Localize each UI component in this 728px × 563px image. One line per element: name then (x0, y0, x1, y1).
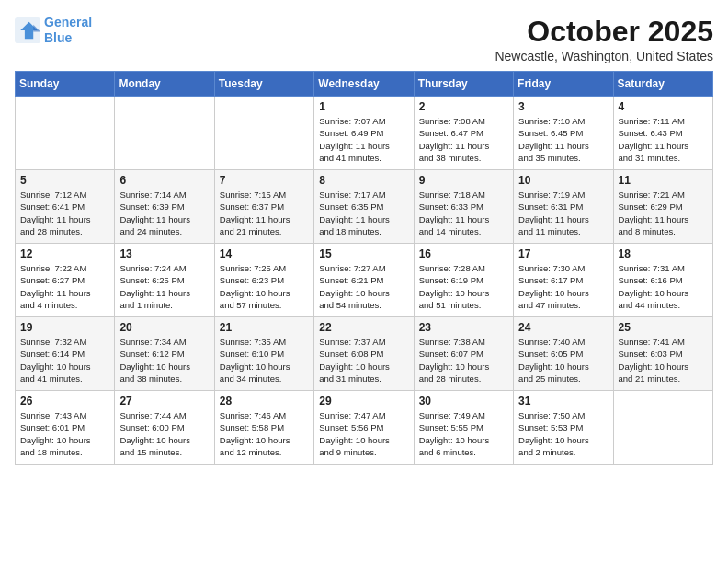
day-number: 18 (619, 247, 708, 260)
logo: General Blue (15, 15, 92, 46)
day-number: 30 (419, 395, 508, 408)
day-number: 25 (619, 321, 708, 334)
day-number: 8 (319, 174, 408, 187)
calendar-cell: 28Sunrise: 7:46 AM Sunset: 5:58 PM Dayli… (214, 391, 313, 465)
day-info: Sunrise: 7:08 AM Sunset: 6:47 PM Dayligh… (419, 115, 508, 164)
calendar-cell: 16Sunrise: 7:28 AM Sunset: 6:19 PM Dayli… (414, 244, 513, 317)
day-info: Sunrise: 7:31 AM Sunset: 6:16 PM Dayligh… (619, 262, 708, 311)
calendar-cell: 11Sunrise: 7:21 AM Sunset: 6:29 PM Dayli… (613, 170, 712, 244)
calendar-cell: 8Sunrise: 7:17 AM Sunset: 6:35 PM Daylig… (314, 170, 414, 244)
calendar-cell: 18Sunrise: 7:31 AM Sunset: 6:16 PM Dayli… (613, 244, 712, 317)
day-number: 3 (518, 100, 608, 113)
day-number: 12 (20, 247, 109, 260)
calendar-cell: 3Sunrise: 7:10 AM Sunset: 6:45 PM Daylig… (514, 97, 613, 170)
header: General Blue October 2025 Newcastle, Was… (15, 15, 713, 63)
day-info: Sunrise: 7:21 AM Sunset: 6:29 PM Dayligh… (619, 189, 708, 237)
day-number: 5 (20, 174, 109, 187)
calendar-title: October 2025 (495, 15, 713, 49)
calendar-cell: 19Sunrise: 7:32 AM Sunset: 6:14 PM Dayli… (16, 317, 115, 391)
calendar-cell: 17Sunrise: 7:30 AM Sunset: 6:17 PM Dayli… (514, 244, 613, 317)
day-info: Sunrise: 7:24 AM Sunset: 6:25 PM Dayligh… (119, 262, 209, 311)
calendar-cell: 10Sunrise: 7:19 AM Sunset: 6:31 PM Dayli… (514, 170, 613, 244)
calendar-cell: 12Sunrise: 7:22 AM Sunset: 6:27 PM Dayli… (16, 244, 115, 317)
day-info: Sunrise: 7:11 AM Sunset: 6:43 PM Dayligh… (619, 115, 708, 164)
day-number: 11 (619, 174, 708, 187)
day-number: 6 (119, 174, 209, 187)
day-number: 19 (20, 321, 109, 334)
day-number: 4 (619, 100, 708, 113)
weekday-header-tuesday: Tuesday (214, 72, 313, 97)
calendar-cell: 31Sunrise: 7:50 AM Sunset: 5:53 PM Dayli… (514, 391, 613, 465)
week-row-3: 12Sunrise: 7:22 AM Sunset: 6:27 PM Dayli… (16, 244, 713, 317)
weekday-header-friday: Friday (514, 72, 613, 97)
calendar-cell: 21Sunrise: 7:35 AM Sunset: 6:10 PM Dayli… (214, 317, 313, 391)
calendar-cell (16, 97, 115, 170)
calendar-cell: 26Sunrise: 7:43 AM Sunset: 6:01 PM Dayli… (16, 391, 115, 465)
calendar-subtitle: Newcastle, Washington, United States (495, 49, 713, 63)
day-info: Sunrise: 7:07 AM Sunset: 6:49 PM Dayligh… (319, 115, 408, 164)
day-info: Sunrise: 7:41 AM Sunset: 6:03 PM Dayligh… (619, 336, 708, 385)
day-number: 21 (220, 321, 309, 334)
day-number: 7 (220, 174, 309, 187)
calendar-cell: 23Sunrise: 7:38 AM Sunset: 6:07 PM Dayli… (414, 317, 513, 391)
calendar-cell: 22Sunrise: 7:37 AM Sunset: 6:08 PM Dayli… (314, 317, 414, 391)
day-number: 13 (119, 247, 209, 260)
day-info: Sunrise: 7:15 AM Sunset: 6:37 PM Dayligh… (220, 189, 309, 237)
day-info: Sunrise: 7:32 AM Sunset: 6:14 PM Dayligh… (20, 336, 109, 385)
logo-icon (15, 17, 40, 43)
day-info: Sunrise: 7:43 AM Sunset: 6:01 PM Dayligh… (20, 409, 109, 458)
day-info: Sunrise: 7:12 AM Sunset: 6:41 PM Dayligh… (20, 189, 109, 237)
day-info: Sunrise: 7:14 AM Sunset: 6:39 PM Dayligh… (119, 189, 209, 237)
calendar-cell: 7Sunrise: 7:15 AM Sunset: 6:37 PM Daylig… (214, 170, 313, 244)
day-info: Sunrise: 7:50 AM Sunset: 5:53 PM Dayligh… (518, 409, 608, 458)
day-info: Sunrise: 7:22 AM Sunset: 6:27 PM Dayligh… (20, 262, 109, 311)
calendar-cell: 30Sunrise: 7:49 AM Sunset: 5:55 PM Dayli… (414, 391, 513, 465)
calendar-cell: 9Sunrise: 7:18 AM Sunset: 6:33 PM Daylig… (414, 170, 513, 244)
day-number: 20 (119, 321, 209, 334)
day-number: 14 (220, 247, 309, 260)
day-info: Sunrise: 7:10 AM Sunset: 6:45 PM Dayligh… (518, 115, 608, 164)
calendar-cell (115, 97, 214, 170)
weekday-header-saturday: Saturday (613, 72, 712, 97)
day-info: Sunrise: 7:35 AM Sunset: 6:10 PM Dayligh… (220, 336, 309, 385)
calendar-cell: 2Sunrise: 7:08 AM Sunset: 6:47 PM Daylig… (414, 97, 513, 170)
weekday-header-row: SundayMondayTuesdayWednesdayThursdayFrid… (16, 72, 713, 97)
calendar-cell: 15Sunrise: 7:27 AM Sunset: 6:21 PM Dayli… (314, 244, 414, 317)
day-number: 28 (220, 395, 309, 408)
day-number: 29 (319, 395, 408, 408)
weekday-header-thursday: Thursday (414, 72, 513, 97)
calendar-cell: 14Sunrise: 7:25 AM Sunset: 6:23 PM Dayli… (214, 244, 313, 317)
calendar-cell: 29Sunrise: 7:47 AM Sunset: 5:56 PM Dayli… (314, 391, 414, 465)
calendar-table: SundayMondayTuesdayWednesdayThursdayFrid… (15, 71, 713, 465)
calendar-cell: 6Sunrise: 7:14 AM Sunset: 6:39 PM Daylig… (115, 170, 214, 244)
day-info: Sunrise: 7:34 AM Sunset: 6:12 PM Dayligh… (119, 336, 209, 385)
day-number: 31 (518, 395, 608, 408)
day-number: 16 (419, 247, 508, 260)
week-row-1: 1Sunrise: 7:07 AM Sunset: 6:49 PM Daylig… (16, 97, 713, 170)
day-number: 17 (518, 247, 608, 260)
day-number: 9 (419, 174, 508, 187)
weekday-header-monday: Monday (115, 72, 214, 97)
day-number: 27 (119, 395, 209, 408)
calendar-cell: 1Sunrise: 7:07 AM Sunset: 6:49 PM Daylig… (314, 97, 414, 170)
day-info: Sunrise: 7:19 AM Sunset: 6:31 PM Dayligh… (518, 189, 608, 237)
calendar-cell: 5Sunrise: 7:12 AM Sunset: 6:41 PM Daylig… (16, 170, 115, 244)
day-number: 2 (419, 100, 508, 113)
day-info: Sunrise: 7:40 AM Sunset: 6:05 PM Dayligh… (518, 336, 608, 385)
calendar-cell: 4Sunrise: 7:11 AM Sunset: 6:43 PM Daylig… (613, 97, 712, 170)
day-number: 23 (419, 321, 508, 334)
title-area: October 2025 Newcastle, Washington, Unit… (495, 15, 713, 63)
day-info: Sunrise: 7:28 AM Sunset: 6:19 PM Dayligh… (419, 262, 508, 311)
day-number: 10 (518, 174, 608, 187)
day-info: Sunrise: 7:25 AM Sunset: 6:23 PM Dayligh… (220, 262, 309, 311)
week-row-5: 26Sunrise: 7:43 AM Sunset: 6:01 PM Dayli… (16, 391, 713, 465)
day-info: Sunrise: 7:47 AM Sunset: 5:56 PM Dayligh… (319, 409, 408, 458)
day-info: Sunrise: 7:49 AM Sunset: 5:55 PM Dayligh… (419, 409, 508, 458)
day-info: Sunrise: 7:46 AM Sunset: 5:58 PM Dayligh… (220, 409, 309, 458)
weekday-header-wednesday: Wednesday (314, 72, 414, 97)
logo-text: General Blue (44, 15, 92, 46)
day-info: Sunrise: 7:44 AM Sunset: 6:00 PM Dayligh… (119, 409, 209, 458)
day-info: Sunrise: 7:37 AM Sunset: 6:08 PM Dayligh… (319, 336, 408, 385)
calendar-cell (613, 391, 712, 465)
day-number: 24 (518, 321, 608, 334)
